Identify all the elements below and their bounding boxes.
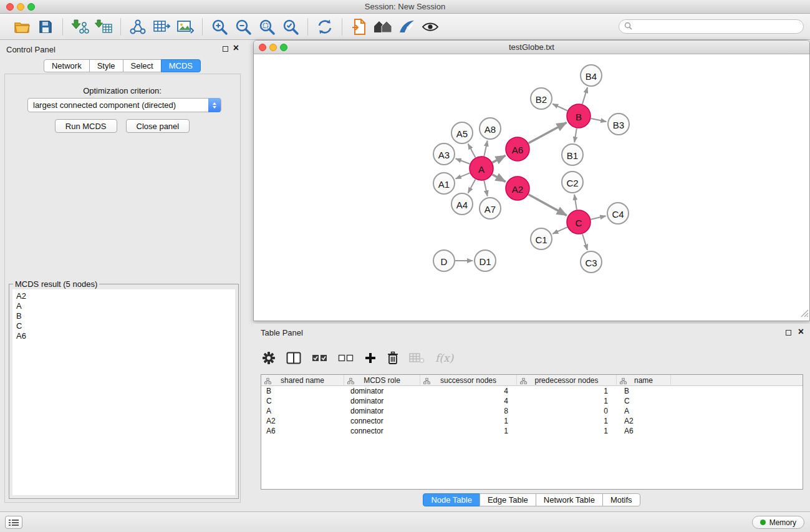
tab-motifs[interactable]: Motifs	[602, 493, 640, 506]
tab-mcds[interactable]: MCDS	[161, 59, 201, 72]
open-session-file-icon[interactable]	[347, 16, 371, 37]
tab-style[interactable]: Style	[89, 59, 123, 72]
table-cell[interactable]: B	[617, 386, 671, 396]
deselect-all-columns-icon[interactable]	[338, 354, 354, 362]
edge-C-C2[interactable]	[574, 195, 577, 210]
zoom-out-icon[interactable]	[231, 16, 255, 37]
table-cell[interactable]: C	[261, 396, 344, 406]
open-folder-icon[interactable]	[10, 16, 34, 37]
table-settings-gear-icon[interactable]	[262, 351, 276, 365]
table-cell[interactable]: dominator	[344, 406, 420, 416]
table-cell[interactable]: 1	[517, 426, 617, 436]
edge-A-A5[interactable]	[468, 144, 476, 158]
column-header-predecessor-nodes[interactable]: predecessor nodes	[517, 375, 617, 386]
table-row[interactable]: Bdominator41B	[261, 386, 803, 396]
node-B[interactable]: B	[567, 104, 591, 128]
table-cell[interactable]: 0	[517, 406, 617, 416]
mcds-result-item[interactable]: C	[16, 321, 231, 331]
table-cell[interactable]: A6	[261, 426, 344, 436]
mcds-result-item[interactable]: A2	[16, 291, 231, 301]
column-header-MCDS-role[interactable]: MCDS role	[344, 375, 420, 386]
mcds-result-item[interactable]: B	[16, 311, 231, 321]
window-resize-grip[interactable]	[801, 309, 809, 320]
table-cell[interactable]: B	[261, 386, 344, 396]
float-panel-icon[interactable]	[223, 46, 228, 52]
node-B4[interactable]: B4	[581, 65, 602, 86]
node-C[interactable]: C	[567, 210, 591, 234]
zoom-in-icon[interactable]	[208, 16, 231, 37]
tab-network-table[interactable]: Network Table	[536, 493, 603, 506]
node-A[interactable]: A	[470, 157, 493, 180]
tab-network[interactable]: Network	[44, 59, 90, 72]
tab-edge-table[interactable]: Edge Table	[480, 493, 536, 506]
table-cell[interactable]: 1	[420, 416, 517, 426]
node-A3[interactable]: A3	[433, 143, 455, 165]
edge-A-A4[interactable]	[468, 180, 476, 193]
table-cell[interactable]: A2	[617, 416, 671, 426]
node-A6[interactable]: A6	[506, 137, 529, 161]
edge-B-B2[interactable]	[552, 104, 567, 111]
select-stepper-icon[interactable]	[208, 98, 221, 112]
export-table-icon[interactable]	[150, 16, 173, 37]
edge-B-B1[interactable]	[574, 128, 577, 143]
column-header-successor-nodes[interactable]: successor nodes	[420, 375, 517, 386]
node-A4[interactable]: A4	[451, 193, 473, 215]
node-A2[interactable]: A2	[506, 177, 529, 200]
edge-A-A3[interactable]	[456, 158, 470, 164]
import-table-icon[interactable]	[92, 16, 115, 37]
search-input[interactable]	[635, 22, 798, 31]
node-D[interactable]: D	[433, 250, 455, 271]
table-cell[interactable]: dominator	[344, 386, 420, 396]
home-icon[interactable]	[371, 16, 395, 37]
optimization-criterion-select[interactable]: largest connected component (directed)	[27, 98, 221, 112]
node-A5[interactable]: A5	[451, 122, 473, 143]
table-row[interactable]: Adominator80A	[261, 406, 803, 416]
edge-A-A6[interactable]	[493, 155, 506, 162]
edge-C-C3[interactable]	[582, 234, 587, 250]
table-cell[interactable]: 4	[420, 386, 517, 396]
edge-A-A7[interactable]	[484, 181, 487, 196]
table-cell[interactable]: 1	[420, 426, 517, 436]
table-cell[interactable]: C	[617, 396, 671, 406]
table-cell[interactable]: A	[261, 406, 344, 416]
zoom-selected-icon[interactable]	[279, 16, 302, 37]
add-column-icon[interactable]	[364, 352, 377, 364]
table-cell[interactable]: dominator	[344, 396, 420, 406]
save-session-icon[interactable]	[34, 16, 57, 37]
table-row[interactable]: A2connector11A2	[261, 416, 803, 426]
node-B1[interactable]: B1	[562, 144, 583, 165]
edge-C-C4[interactable]	[591, 216, 606, 219]
apply-style-icon[interactable]	[395, 16, 418, 37]
import-network-icon[interactable]	[68, 16, 92, 37]
table-cell[interactable]: 1	[517, 386, 617, 396]
edge-A2-C[interactable]	[529, 195, 567, 216]
show-columns-icon[interactable]	[286, 352, 301, 364]
export-network-icon[interactable]	[126, 16, 150, 37]
delete-column-trash-icon[interactable]	[387, 351, 398, 365]
node-C3[interactable]: C3	[581, 251, 602, 273]
mcds-result-item[interactable]: A	[16, 301, 231, 311]
zoom-fit-icon[interactable]	[255, 16, 279, 37]
task-history-list-icon[interactable]	[5, 516, 22, 529]
table-cell[interactable]: 4	[420, 396, 517, 406]
table-cell[interactable]: A	[617, 406, 671, 416]
close-panel-button[interactable]: Close panel	[126, 119, 190, 133]
node-C2[interactable]: C2	[562, 172, 583, 193]
node-B3[interactable]: B3	[608, 114, 629, 135]
tab-select[interactable]: Select	[123, 59, 162, 72]
node-D1[interactable]: D1	[475, 250, 496, 271]
edge-A-A2[interactable]	[493, 175, 506, 182]
close-panel-icon[interactable]: ×	[233, 42, 239, 54]
float-table-panel-icon[interactable]	[786, 330, 791, 336]
select-all-columns-icon[interactable]	[312, 354, 327, 362]
mcds-result-list[interactable]: A2ABCA6	[12, 289, 235, 495]
search-field[interactable]	[619, 19, 804, 34]
close-table-panel-icon[interactable]: ×	[798, 326, 804, 337]
node-C1[interactable]: C1	[531, 228, 552, 249]
edge-B-B4[interactable]	[582, 87, 587, 104]
network-canvas[interactable]: B4B2BB3A5A8A6A3B1AC2A1A2A4A7C4CC1C3DD1	[254, 54, 809, 321]
refresh-icon[interactable]	[313, 16, 337, 37]
edge-A-A8[interactable]	[484, 141, 487, 157]
edge-C-C1[interactable]	[552, 227, 567, 234]
column-header-name[interactable]: name	[617, 375, 671, 386]
